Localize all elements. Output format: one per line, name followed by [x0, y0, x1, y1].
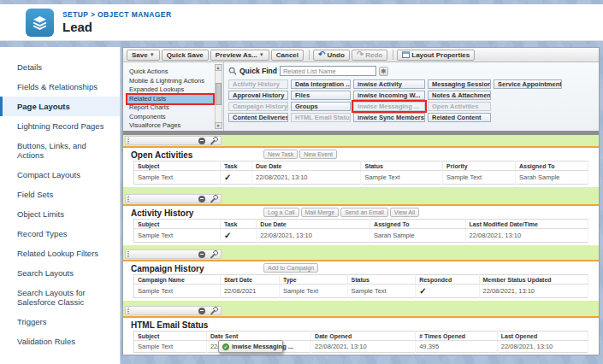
palette-category-mobile-lightning-actions[interactable]: Mobile & Lightning Actions	[127, 77, 213, 86]
sample-button-mail-merge: Mail Merge	[301, 208, 340, 217]
wrench-icon[interactable]	[209, 137, 216, 144]
remove-related-list-icon[interactable]	[198, 196, 205, 203]
table-header-row: SubjectTaskDue DateAssigned ToLast Modif…	[134, 220, 588, 229]
wrench-icon[interactable]	[209, 250, 216, 258]
drop-zone[interactable]	[123, 245, 599, 260]
redo-button[interactable]: ↷Redo	[352, 50, 387, 61]
column-header: Assigned To	[516, 161, 588, 171]
breadcrumb[interactable]: SETUP > OBJECT MANAGER	[62, 10, 171, 19]
palette-item-inwise-sync-members[interactable]: inwise Sync Members	[353, 113, 425, 122]
drop-zone[interactable]	[123, 301, 599, 316]
quick-save-button[interactable]: Quick Save	[162, 50, 209, 61]
palette-column: Activity HistoryApproval HistoryCampaign…	[228, 79, 288, 122]
preview-as-button[interactable]: Preview As...▼	[210, 50, 269, 61]
palette-item-service-appointments[interactable]: Service Appointments	[494, 79, 562, 89]
section-title-row: HTML Email Status	[128, 319, 594, 331]
palette-category-components[interactable]: Components	[127, 113, 213, 122]
drag-grip-icon	[127, 251, 129, 257]
quick-find-input[interactable]	[280, 66, 376, 76]
related-list-handle[interactable]	[125, 136, 222, 145]
sample-button-new-event: New Event	[299, 150, 337, 159]
column-header: Date Sent	[206, 332, 310, 341]
column-header: Type	[279, 275, 347, 285]
palette-category-expanded-lookups[interactable]: Expanded Lookups	[127, 85, 213, 95]
palette-category-report-charts[interactable]: Report Charts	[127, 103, 213, 113]
chevron-down-icon: ▼	[259, 52, 264, 57]
sidebar-item-buttons-links-and-actions[interactable]: Buttons, Links, and Actions	[0, 136, 120, 165]
check-circle-icon: ✓	[222, 343, 229, 350]
table-cell: Sample Text	[134, 285, 221, 298]
table-cell: Sample Text	[361, 171, 443, 185]
sample-button-add-to-campaign: Add to Campaign	[263, 263, 318, 273]
sidebar-item-field-sets[interactable]: Field Sets	[0, 185, 120, 204]
palette-item-inwise-messaging: inwise Messaging ...	[353, 102, 425, 111]
palette-column: Service Appointments	[494, 79, 562, 122]
wrench-icon[interactable]	[209, 307, 216, 314]
scrollbar-thumb[interactable]	[216, 83, 222, 105]
related-list-handle[interactable]	[125, 250, 222, 259]
sidebar-item-lightning-record-pages[interactable]: Lightning Record Pages	[0, 116, 120, 136]
column-header: Subject	[134, 161, 221, 171]
column-header: Member Status Updated	[479, 275, 588, 285]
clear-filter-icon[interactable]: ✱	[379, 67, 388, 76]
related-list-handle[interactable]	[125, 306, 222, 315]
checkmark-icon: ✓	[416, 285, 479, 298]
remove-related-list-icon[interactable]	[198, 138, 205, 144]
palette-item-activity-history: Activity History	[228, 79, 288, 89]
palette-item-related-content[interactable]: Related Content	[428, 113, 491, 122]
sidebar-item-triggers[interactable]: Triggers	[0, 312, 120, 332]
column-header: # Times Opened	[416, 332, 498, 341]
checkmark-icon: ✓	[220, 229, 256, 243]
cancel-button[interactable]: Cancel	[271, 50, 304, 61]
related-list-handle[interactable]	[125, 194, 222, 203]
wrench-icon[interactable]	[209, 195, 216, 203]
sidebar-item-compact-layouts[interactable]: Compact Layouts	[0, 165, 120, 185]
drag-ghost[interactable]: ✓ inwise Messaging ...	[218, 340, 283, 353]
sidebar-item-search-layouts[interactable]: Search Layouts	[0, 263, 120, 283]
drop-zone[interactable]	[123, 135, 599, 146]
layout-properties-button[interactable]: Layout Properties	[397, 50, 475, 61]
palette-column: inwise Activityinwise Incoming W...inwis…	[353, 79, 425, 122]
sidebar-item-object-limits[interactable]: Object Limits	[0, 204, 120, 224]
palette-item-inwise-incoming-w[interactable]: inwise Incoming W...	[353, 91, 425, 100]
remove-related-list-icon[interactable]	[198, 251, 205, 258]
sidebar-item-related-lookup-filters[interactable]: Related Lookup Filters	[0, 244, 120, 263]
palette-item-content-deliveries[interactable]: Content Deliveries	[228, 113, 288, 122]
table-cell: 22/08/2021	[220, 285, 279, 298]
table-cell: 22/08/2021, 13:10	[311, 341, 416, 353]
palette-category-quick-actions[interactable]: Quick Actions	[127, 68, 213, 77]
table-header-row: Campaign NameStart DateTypeStatusRespond…	[134, 275, 588, 285]
palette-item-open-activities: Open Activities	[428, 102, 491, 111]
palette-item-data-integration[interactable]: Data Integration ...	[291, 79, 351, 89]
sidebar-item-search-layouts-for-salesforce-classic[interactable]: Search Layouts for Salesforce Classic	[0, 283, 120, 312]
undo-button[interactable]: ↶Undo	[313, 50, 350, 61]
redo-icon: ↷	[357, 51, 364, 58]
remove-related-list-icon[interactable]	[198, 308, 205, 314]
sidebar-item-validation-rules[interactable]: Validation Rules	[0, 332, 120, 351]
sidebar-item-page-layouts[interactable]: Page Layouts	[0, 97, 120, 116]
sidebar-item-details[interactable]: Details	[0, 57, 120, 77]
palette-item-messaging-sessions[interactable]: Messaging Sessions	[428, 79, 491, 89]
palette-item-files[interactable]: Files	[291, 91, 351, 100]
scrollbar-track[interactable]	[215, 71, 222, 122]
palette-item-inwise-activity[interactable]: inwise Activity	[353, 79, 425, 89]
editor-toolbar: Save▼ Quick Save Preview As...▼ Cancel ↶…	[123, 48, 599, 62]
palette-item-approval-history[interactable]: Approval History	[228, 91, 288, 100]
palette-category-related-lists[interactable]: Related Lists	[127, 95, 213, 104]
palette-category-visualforce-pages[interactable]: Visualforce Pages	[127, 121, 213, 131]
sidebar-item-fields-relationships[interactable]: Fields & Relationships	[0, 77, 120, 97]
palette-item-notes-attachments[interactable]: Notes & Attachments	[428, 91, 491, 100]
column-header: Start Date	[220, 275, 279, 285]
palette-item-groups[interactable]: Groups	[291, 102, 351, 111]
section-title: Campaign History	[131, 264, 204, 273]
save-button[interactable]: Save▼	[127, 50, 160, 61]
drop-zone[interactable]	[123, 187, 599, 204]
undo-icon: ↶	[318, 51, 325, 58]
scroll-up-icon[interactable]: ▲	[215, 64, 222, 71]
scroll-down-icon[interactable]: ▼	[215, 122, 222, 129]
drag-grip-icon	[127, 308, 129, 314]
table-cell: 22/08/2021, 13:10	[257, 229, 370, 243]
sidebar-item-record-types[interactable]: Record Types	[0, 224, 120, 244]
sample-table: SubjectTaskDue DateAssigned ToLast Modif…	[133, 219, 588, 243]
table-cell: 22/08/2021, 13:10	[252, 171, 361, 185]
